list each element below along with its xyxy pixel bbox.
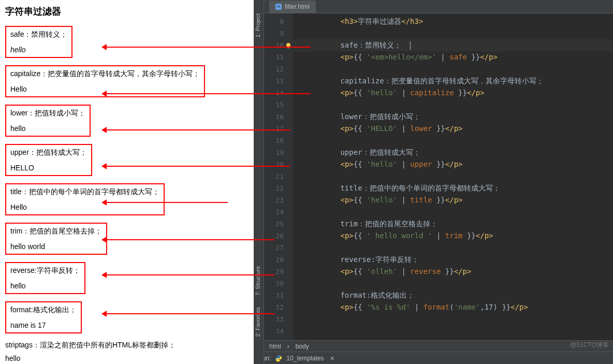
code-line[interactable]: capitalize：把变量值的首字母转成大写，其余字母转小写； [305, 75, 613, 87]
line-number: 28 [264, 254, 284, 266]
line-number: 19 [264, 147, 284, 158]
line-number: 8 [264, 16, 284, 27]
line-number: 11 [264, 51, 284, 63]
favorites-tool-tab[interactable]: 2: Favorites [254, 304, 262, 340]
intention-bulb-icon[interactable] [285, 41, 292, 48]
code-line[interactable]: title：把值中的每个单词的首字母都转成大写； [305, 182, 613, 194]
code-area[interactable]: <h3>字符串过滤器</h3> safe：禁用转义； <p>{{ '<em>he… [293, 13, 613, 340]
filter-desc: safe：禁用转义； [10, 30, 67, 39]
code-line[interactable]: format:格式化输出； [305, 289, 613, 301]
code-line[interactable]: <p>{{ '%s is %d' | format('name',17) }}<… [305, 301, 613, 313]
code-line[interactable]: reverse:字符串反转； [305, 254, 613, 266]
html-file-icon: H [275, 4, 282, 10]
filter-result: hello [5, 354, 249, 362]
filter-box: safe：禁用转义；hello [5, 26, 72, 58]
line-number: 30 [264, 278, 284, 289]
filter-desc: upper：把值转成大写； [10, 148, 87, 157]
filter-desc: striptags：渲染之前把值中所有的HTML标签都删掉； [5, 341, 249, 350]
code-line[interactable]: safe：禁用转义； [293, 39, 613, 51]
line-number: 23 [264, 194, 284, 206]
filter-result: hello world [10, 242, 102, 251]
line-number: 17 [264, 123, 284, 135]
project-tool-tab[interactable]: 1: Project [254, 10, 262, 40]
editor-tab[interactable]: H filter.html [269, 1, 316, 13]
python-icon [275, 355, 282, 362]
tab-label: filter.html [285, 3, 310, 10]
editor-tab-bar: H filter.html [254, 0, 613, 13]
code-line[interactable] [305, 99, 613, 111]
filter-box: trim：把值的首尾空格去掉；hello world [5, 223, 107, 255]
ide-panel: 1: Project 7: Structure 2: Favorites H f… [254, 0, 613, 364]
line-number: 34 [264, 325, 284, 337]
code-line[interactable] [305, 170, 613, 182]
line-number: 31 [264, 289, 284, 301]
code-line[interactable]: <p>{{ '<em>hello</em>' | safe }}</p> [305, 51, 613, 63]
line-number: 20 [264, 158, 284, 170]
code-line[interactable]: <h3>字符串过滤器</h3> [305, 16, 613, 27]
filter-desc: format:格式化输出； [10, 305, 77, 315]
page-title: 字符串过滤器 [5, 5, 249, 18]
code-line[interactable]: <p>{{ 'olleh' | reverse }}</p> [305, 266, 613, 278]
line-number: 21 [264, 170, 284, 182]
close-icon[interactable]: × [330, 354, 334, 362]
line-number: 16 [264, 111, 284, 123]
line-number: 9 [264, 27, 284, 39]
code-line[interactable] [305, 313, 613, 325]
code-line[interactable] [305, 242, 613, 254]
code-line[interactable]: upper：把值转成大写； [305, 147, 613, 158]
line-number: 15 [264, 99, 284, 111]
structure-tool-tab[interactable]: 7: Structure [254, 263, 262, 299]
filter-result: hello [10, 282, 80, 290]
svg-point-0 [286, 43, 290, 47]
filter-desc: title：把值中的每个单词的首字母都转成大写； [10, 187, 159, 197]
filter-result: Hello [10, 85, 200, 93]
filter-desc: reverse:字符串反转； [10, 266, 80, 275]
run-config-name: 10_templates [286, 355, 324, 362]
line-number: 32 [264, 301, 284, 313]
line-gutter: 8910111213141516171819202122232425262728… [264, 13, 293, 340]
line-number: 13 [264, 75, 284, 87]
filter-desc: lower：把值转成小写； [10, 109, 85, 118]
filter-result: Hello [10, 203, 159, 211]
code-line[interactable]: <p>{{ 'HELLO' | lower }}</p> [305, 123, 613, 135]
code-line[interactable] [305, 135, 613, 147]
filter-result: hello [10, 124, 85, 133]
filter-box: format:格式化输出；name is 17 [5, 301, 82, 333]
code-line[interactable] [305, 206, 613, 218]
svg-rect-1 [287, 47, 289, 48]
filter-box: reverse:字符串反转；hello [5, 262, 85, 294]
code-line[interactable]: <p>{{ ' hello world ' | trim }}</p> [305, 230, 613, 242]
line-number: 26 [264, 230, 284, 242]
line-number: 27 [264, 242, 284, 254]
code-line[interactable] [305, 278, 613, 289]
code-line[interactable]: <p>{{ 'hello' | title }}</p> [305, 194, 613, 206]
run-tool-window[interactable]: Run: 10_templates × [254, 352, 613, 364]
code-editor[interactable]: 8910111213141516171819202122232425262728… [264, 13, 613, 340]
line-number: 24 [264, 206, 284, 218]
code-line[interactable] [305, 27, 613, 39]
filter-desc: capitalize：把变量值的首字母转成大写，其余字母转小写； [10, 69, 200, 79]
line-number: 25 [264, 218, 284, 230]
watermark: @51CTO博客 [570, 341, 609, 350]
filter-box: lower：把值转成小写；hello [5, 105, 91, 137]
breadcrumb: html › body [254, 340, 613, 352]
browser-preview: 字符串过滤器 safe：禁用转义；hellocapitalize：把变量值的首字… [0, 0, 254, 364]
tool-window-bar: 1: Project 7: Structure 2: Favorites [254, 0, 264, 364]
line-number: 10 [264, 39, 284, 51]
code-line[interactable] [305, 325, 613, 337]
line-number: 12 [264, 63, 284, 75]
code-line[interactable]: <p>{{ 'hello' | capitalize }}</p> [305, 87, 613, 99]
code-line[interactable] [305, 63, 613, 75]
line-number: 29 [264, 266, 284, 278]
filter-result: name is 17 [10, 321, 77, 329]
code-line[interactable]: <p>{{ 'hello' | upper }}</p> [305, 158, 613, 170]
breadcrumb-item[interactable]: body [296, 343, 309, 350]
line-number: 33 [264, 313, 284, 325]
line-number: 22 [264, 182, 284, 194]
code-line[interactable]: lower：把值转成小写； [305, 111, 613, 123]
breadcrumb-item[interactable]: html [269, 343, 281, 350]
code-line[interactable]: trim：把值的首尾空格去掉； [305, 218, 613, 230]
filter-result: hello [10, 46, 67, 54]
filter-desc: trim：把值的首尾空格去掉； [10, 227, 102, 236]
line-number: 14 [264, 87, 284, 99]
